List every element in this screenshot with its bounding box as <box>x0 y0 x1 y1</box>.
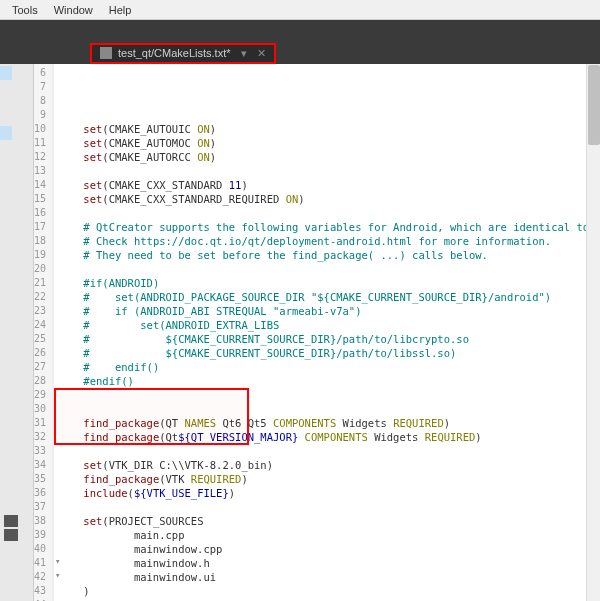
code-line[interactable]: mainwindow.cpp <box>58 542 600 556</box>
code-line[interactable]: set(CMAKE_CXX_STANDARD 11) <box>58 178 600 192</box>
line-number: 34 <box>34 458 46 472</box>
file-icon <box>100 47 112 59</box>
close-icon[interactable]: ✕ <box>257 47 266 60</box>
code-line[interactable]: set(VTK_DIR C:\\VTK-8.2.0_bin) <box>58 458 600 472</box>
sidebar-icons <box>4 515 18 541</box>
file-tab[interactable]: test_qt/CMakeLists.txt* ▾ ✕ <box>90 43 276 64</box>
code-line[interactable]: # QtCreator supports the following varia… <box>58 220 600 234</box>
code-line[interactable]: ) <box>58 584 600 598</box>
line-number: 33 <box>34 444 46 458</box>
toolbar <box>0 20 600 42</box>
line-number: 21 <box>34 276 46 290</box>
code-line[interactable]: main.cpp <box>58 528 600 542</box>
tab-bar: test_qt/CMakeLists.txt* ▾ ✕ <box>0 42 600 64</box>
panel-icon[interactable] <box>4 529 18 541</box>
code-line[interactable] <box>58 262 600 276</box>
code-line[interactable]: set(CMAKE_AUTORCC ON) <box>58 150 600 164</box>
line-number: 19 <box>34 248 46 262</box>
code-line[interactable]: set(CMAKE_CXX_STANDARD_REQUIRED ON) <box>58 192 600 206</box>
line-number: 38 <box>34 514 46 528</box>
code-editor[interactable]: 6789101112131415161718192021222324252627… <box>34 64 600 601</box>
code-line[interactable]: # They need to be set before the find_pa… <box>58 248 600 262</box>
line-number: 31 <box>34 416 46 430</box>
code-line[interactable]: find_package(QT NAMES Qt6 Qt5 COMPONENTS… <box>58 416 600 430</box>
vertical-scrollbar[interactable] <box>586 64 600 601</box>
editor-main: 6789101112131415161718192021222324252627… <box>0 64 600 601</box>
left-sidebar <box>0 64 34 601</box>
code-line[interactable]: set(CMAKE_AUTOMOC ON) <box>58 136 600 150</box>
line-gutter: 6789101112131415161718192021222324252627… <box>34 64 53 601</box>
line-number: 17 <box>34 220 46 234</box>
code-line[interactable]: #endif() <box>58 374 600 388</box>
line-number: 16 <box>34 206 46 220</box>
line-number: 35 <box>34 472 46 486</box>
menu-window[interactable]: Window <box>46 4 101 16</box>
code-line[interactable]: # set(ANDROID_EXTRA_LIBS <box>58 318 600 332</box>
chevron-down-icon[interactable]: ▾ <box>241 47 247 60</box>
code-line[interactable]: # ${CMAKE_CURRENT_SOURCE_DIR}/path/to/li… <box>58 346 600 360</box>
code-line[interactable] <box>58 402 600 416</box>
line-number: 12 <box>34 150 46 164</box>
overview-mark <box>0 126 12 140</box>
overview-mark <box>0 66 12 80</box>
line-number: 37 <box>34 500 46 514</box>
line-number: 40 <box>34 542 46 556</box>
code-area[interactable]: set(CMAKE_AUTOUIC ON) set(CMAKE_AUTOMOC … <box>54 64 600 601</box>
panel-icon[interactable] <box>4 515 18 527</box>
line-number: 7 <box>34 80 46 94</box>
scroll-thumb[interactable] <box>588 65 600 145</box>
line-number: 25 <box>34 332 46 346</box>
code-line[interactable]: # ${CMAKE_CURRENT_SOURCE_DIR}/path/to/li… <box>58 332 600 346</box>
line-number: 41 <box>34 556 46 570</box>
code-line[interactable] <box>58 500 600 514</box>
menu-tools[interactable]: Tools <box>4 4 46 16</box>
line-number: 14 <box>34 178 46 192</box>
code-line[interactable]: include(${VTK_USE_FILE}) <box>58 486 600 500</box>
line-number: 22 <box>34 290 46 304</box>
code-line[interactable]: set(CMAKE_AUTOUIC ON) <box>58 122 600 136</box>
line-number: 9 <box>34 108 46 122</box>
code-line[interactable]: find_package(Qt${QT_VERSION_MAJOR} COMPO… <box>58 430 600 444</box>
code-line[interactable]: # set(ANDROID_PACKAGE_SOURCE_DIR "${CMAK… <box>58 290 600 304</box>
code-line[interactable]: mainwindow.h <box>58 556 600 570</box>
code-line[interactable] <box>58 206 600 220</box>
line-number: 8 <box>34 94 46 108</box>
code-line[interactable]: # Check https://doc.qt.io/qt/deployment-… <box>58 234 600 248</box>
line-number: 27 <box>34 360 46 374</box>
line-number: 39 <box>34 528 46 542</box>
line-number: 11 <box>34 136 46 150</box>
line-number: 29 <box>34 388 46 402</box>
line-number: 36 <box>34 486 46 500</box>
code-line[interactable]: find_package(VTK REQUIRED) <box>58 472 600 486</box>
code-line[interactable]: # endif() <box>58 360 600 374</box>
line-number: 10 <box>34 122 46 136</box>
line-number: 13 <box>34 164 46 178</box>
line-number: 20 <box>34 262 46 276</box>
menu-help[interactable]: Help <box>101 4 140 16</box>
code-line[interactable] <box>58 444 600 458</box>
line-number: 28 <box>34 374 46 388</box>
line-number: 6 <box>34 66 46 80</box>
code-line[interactable] <box>58 388 600 402</box>
line-number: 26 <box>34 346 46 360</box>
menubar: Tools Window Help <box>0 0 600 20</box>
code-line[interactable]: set(PROJECT_SOURCES <box>58 514 600 528</box>
code-line[interactable] <box>58 164 600 178</box>
code-line[interactable]: #if(ANDROID) <box>58 276 600 290</box>
line-number: 15 <box>34 192 46 206</box>
line-number: 30 <box>34 402 46 416</box>
line-number: 42 <box>34 570 46 584</box>
line-number: 32 <box>34 430 46 444</box>
line-number: 23 <box>34 304 46 318</box>
line-number: 18 <box>34 234 46 248</box>
code-line[interactable]: mainwindow.ui <box>58 570 600 584</box>
code-line[interactable]: # if (ANDROID_ABI STREQUAL "armeabi-v7a"… <box>58 304 600 318</box>
line-number: 24 <box>34 318 46 332</box>
line-number: 43 <box>34 584 46 598</box>
tab-filename: test_qt/CMakeLists.txt* <box>118 47 231 59</box>
